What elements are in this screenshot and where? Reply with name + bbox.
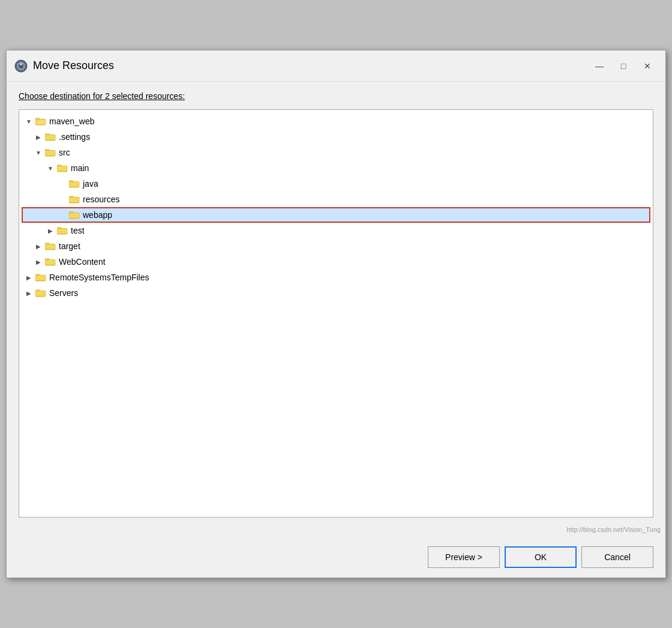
cancel-button[interactable]: Cancel <box>581 546 653 568</box>
svg-rect-24 <box>69 213 79 219</box>
svg-rect-39 <box>35 291 46 297</box>
tree-row-target[interactable]: ▶ target <box>22 238 650 254</box>
tree-row-webcontent[interactable]: ▶ WebContent <box>22 254 650 270</box>
svg-rect-27 <box>57 229 67 234</box>
window-controls: — □ ✕ <box>589 58 658 74</box>
toggle-test[interactable]: ▶ <box>46 226 55 235</box>
preview-button[interactable]: Preview > <box>428 546 500 568</box>
folder-icon-main <box>56 163 68 173</box>
svg-rect-30 <box>45 244 55 250</box>
toggle-remotesystems[interactable]: ▶ <box>24 273 34 282</box>
tree-label-maven_web: maven_web <box>49 116 95 126</box>
svg-point-3 <box>20 63 22 65</box>
tree-label-webapp: webapp <box>83 210 112 220</box>
ok-button[interactable]: OK <box>505 546 577 568</box>
minimize-button[interactable]: — <box>589 58 610 74</box>
toggle-maven_web[interactable]: ▼ <box>24 116 34 126</box>
folder-icon-webapp <box>68 210 80 220</box>
svg-rect-36 <box>35 276 46 281</box>
svg-rect-18 <box>69 182 79 187</box>
folder-icon-maven_web <box>35 116 47 126</box>
tree-label-java: java <box>83 179 98 189</box>
move-resources-dialog: Move Resources — □ ✕ Choose destination … <box>6 50 666 578</box>
tree-label-webcontent: WebContent <box>59 257 106 267</box>
dialog-footer: Preview > OK Cancel <box>7 537 665 578</box>
tree-label-resources: resources <box>83 195 119 204</box>
folder-icon-servers <box>35 288 47 298</box>
toggle-servers[interactable]: ▶ <box>24 288 34 298</box>
folder-icon-test <box>56 226 68 235</box>
tree-label-servers: Servers <box>49 288 78 298</box>
svg-rect-21 <box>69 198 79 203</box>
tree-row-java[interactable]: ▶ java <box>22 176 650 192</box>
folder-tree[interactable]: ▼ maven_web ▶ <box>19 109 653 518</box>
tree-row-maven_web[interactable]: ▼ maven_web <box>22 113 650 129</box>
tree-row-resources[interactable]: ▶ resources <box>22 192 650 207</box>
children-src: ▼ main <box>22 160 650 238</box>
folder-icon-target <box>44 241 56 251</box>
folder-icon-remotesystems <box>35 273 47 282</box>
dialog-title: Move Resources <box>33 59 589 72</box>
children-maven_web: ▶ .settings ▼ <box>22 129 650 270</box>
folder-icon-java <box>68 179 80 189</box>
tree-label-test: test <box>71 226 85 235</box>
tree-row-webapp[interactable]: ▶ webapp <box>22 207 650 223</box>
dialog-icon <box>14 59 28 73</box>
folder-icon-src <box>44 148 56 157</box>
tree-label-remotesystems: RemoteSystemsTempFiles <box>49 273 149 282</box>
tree-row-test[interactable]: ▶ test <box>22 223 650 238</box>
toggle-src[interactable]: ▼ <box>34 148 43 157</box>
tree-label-target: target <box>59 241 80 251</box>
svg-rect-15 <box>57 166 67 172</box>
maximize-button[interactable]: □ <box>613 58 634 74</box>
dialog-body: Choose destination for 2 selected resour… <box>7 82 665 525</box>
tree-label-main: main <box>71 163 89 173</box>
tree-row-settings[interactable]: ▶ .settings <box>22 129 650 145</box>
folder-icon-resources <box>68 195 80 204</box>
children-main: ▶ java <box>22 176 650 223</box>
svg-rect-9 <box>45 135 55 140</box>
tree-row-src[interactable]: ▼ src <box>22 145 650 160</box>
toggle-main[interactable]: ▼ <box>46 163 55 173</box>
tree-label-settings: .settings <box>59 132 90 142</box>
tree-node-maven_web: ▼ maven_web ▶ <box>22 113 650 270</box>
title-bar: Move Resources — □ ✕ <box>7 50 665 82</box>
folder-icon-webcontent <box>44 257 56 267</box>
toggle-settings[interactable]: ▶ <box>34 132 43 142</box>
tree-row-main[interactable]: ▼ main <box>22 160 650 176</box>
toggle-target[interactable]: ▶ <box>34 241 43 251</box>
watermark: http://blog.csdn.net/Vision_Tung <box>7 525 665 537</box>
toggle-webcontent[interactable]: ▶ <box>34 257 43 267</box>
folder-icon-settings <box>44 132 56 142</box>
close-button[interactable]: ✕ <box>637 58 658 74</box>
tree-label-src: src <box>59 148 70 157</box>
instruction-label: Choose destination for 2 selected resour… <box>19 91 653 101</box>
svg-rect-33 <box>45 260 55 265</box>
tree-row-servers[interactable]: ▶ Servers <box>22 285 650 301</box>
tree-row-remotesystems[interactable]: ▶ RemoteSystemsTempFiles <box>22 270 650 285</box>
svg-rect-12 <box>45 151 55 156</box>
